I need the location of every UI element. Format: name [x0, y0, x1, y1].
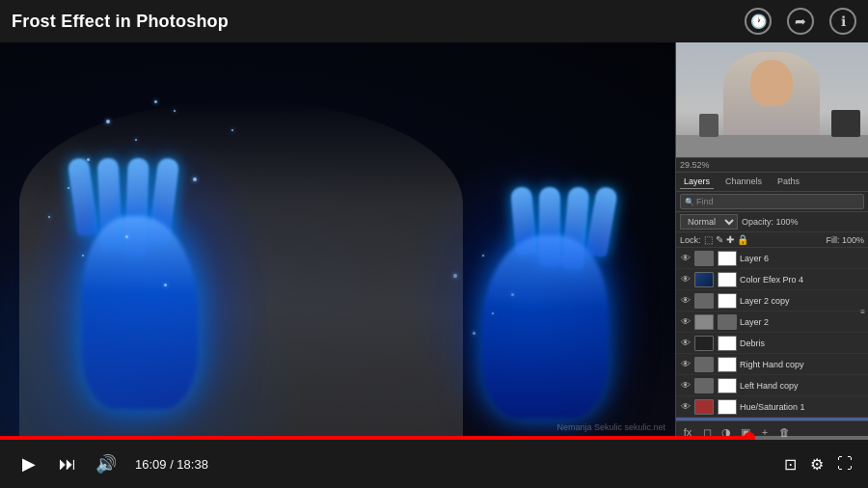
frost-visual: [0, 42, 675, 447]
layer-mask-4: [718, 336, 737, 351]
layers-search[interactable]: 🔍 Find: [680, 194, 864, 209]
next-button[interactable]: ⏭: [54, 450, 81, 477]
ps-zoom-indicator: 29.52%: [676, 158, 868, 173]
clock-icon[interactable]: 🕐: [745, 8, 772, 35]
fullscreen-button[interactable]: ⛶: [837, 455, 853, 473]
blend-mode-row: Normal Opacity: 100%: [676, 212, 868, 232]
table-row[interactable]: 👁 Layer 2: [676, 312, 868, 333]
table-row[interactable]: 👁 Layer 2 copy: [676, 290, 868, 312]
fill-label: Fill: 100%: [826, 235, 864, 245]
table-row[interactable]: 👁 Color Efex Pro 4: [676, 269, 868, 290]
layer-visibility-1[interactable]: 👁: [680, 274, 692, 285]
video-thumbnail[interactable]: [0, 42, 675, 447]
layer-visibility-7[interactable]: 👁: [680, 401, 692, 413]
settings-button[interactable]: ⚙: [810, 455, 824, 474]
layer-mask-0: [718, 251, 737, 266]
layer-mask-6: [718, 378, 737, 393]
controls-bar: ▶ ⏭ 🔊 16:09 / 18:38 ⊡ ⚙ ⛶: [0, 440, 868, 488]
lock-label: Lock:: [680, 235, 701, 245]
layer-mask-3: [718, 314, 737, 330]
layer-name-2: Layer 2 copy: [740, 296, 864, 306]
layer-visibility-4[interactable]: 👁: [680, 338, 692, 349]
volume-button[interactable]: 🔊: [93, 450, 120, 477]
layers-tab-channels[interactable]: Channels: [721, 175, 766, 189]
layer-thumb-2: [694, 293, 714, 309]
video-title: Frost Effect in Photoshop: [12, 12, 229, 32]
info-icon[interactable]: ℹ: [829, 8, 856, 35]
lock-transparent[interactable]: ⬚: [704, 234, 713, 245]
layer-name-0: Layer 6: [740, 254, 864, 263]
layer-thumb-6: [694, 378, 714, 393]
layers-panel: Layers Channels Paths ≡ 🔍 Find Normal Op…: [676, 173, 868, 443]
layer-mask-2: [718, 293, 737, 309]
right-controls: ⊡ ⚙ ⛶: [784, 455, 853, 474]
layer-visibility-3[interactable]: 👁: [680, 316, 692, 328]
layers-toolbar: 🔍 Find: [676, 192, 868, 212]
layer-thumb-7: [694, 399, 714, 415]
layer-mask-1: [718, 272, 737, 287]
layer-thumb-4: [694, 336, 714, 351]
lock-all[interactable]: 🔒: [737, 234, 748, 245]
subtitles-button[interactable]: ⊡: [784, 455, 797, 474]
watermark: Nemanja Sekulic sekulic.net: [556, 422, 665, 432]
layer-visibility-2[interactable]: 👁: [680, 295, 692, 307]
lock-image[interactable]: ✎: [716, 234, 723, 245]
layer-name-5: Right Hand copy: [740, 360, 864, 369]
layer-thumb-5: [694, 357, 714, 372]
layer-thumb-0: [694, 251, 714, 266]
webcam-view: [676, 42, 868, 158]
layers-tabs: Layers Channels Paths ≡: [676, 173, 868, 192]
layer-mask-7: [718, 399, 737, 415]
layer-thumb-1: [694, 272, 714, 287]
opacity-label: Opacity: 100%: [742, 217, 799, 227]
layers-panel-menu[interactable]: ≡: [860, 308, 865, 316]
share-icon[interactable]: ➦: [787, 8, 814, 35]
layer-name-3: Layer 2: [740, 317, 864, 327]
table-row[interactable]: 👁 Hue/Saturation 1: [676, 396, 868, 418]
layer-name-7: Hue/Saturation 1: [740, 402, 864, 412]
title-bar: Frost Effect in Photoshop: [0, 0, 868, 42]
video-container: [0, 42, 675, 447]
time-display: 16:09 / 18:38: [135, 457, 208, 472]
table-row[interactable]: 👁 Right Hand copy: [676, 354, 868, 375]
table-row[interactable]: 👁 Debris: [676, 333, 868, 354]
lock-position[interactable]: ✚: [726, 234, 734, 245]
layer-name-6: Left Hand copy: [740, 381, 864, 391]
layer-visibility-6[interactable]: 👁: [680, 380, 692, 392]
layers-list: 👁 Layer 6 👁 Color Efex Pro 4 👁 Layer 2 c…: [676, 248, 868, 447]
layer-visibility-0[interactable]: 👁: [680, 253, 692, 264]
layer-name-1: Color Efex Pro 4: [740, 275, 864, 285]
play-button[interactable]: ▶: [15, 450, 42, 477]
ps-right-panel: 29.52% Layers Channels Paths ≡ 🔍 Find No…: [675, 42, 868, 447]
layer-name-4: Debris: [740, 339, 864, 348]
layers-tab-paths[interactable]: Paths: [773, 175, 803, 189]
left-hand-visual: [53, 158, 246, 409]
lock-row: Lock: ⬚ ✎ ✚ 🔒 Fill: 100%: [676, 232, 868, 248]
right-hand-visual: [434, 177, 627, 419]
layers-tab-layers[interactable]: Layers: [680, 175, 714, 189]
top-right-icons: 🕐 ➦ ℹ: [745, 8, 856, 35]
layer-mask-5: [718, 357, 737, 372]
blend-mode-select[interactable]: Normal: [680, 214, 738, 230]
layer-visibility-5[interactable]: 👁: [680, 359, 692, 370]
layer-thumb-3: [694, 314, 714, 330]
table-row[interactable]: 👁 Layer 6: [676, 248, 868, 269]
ps-panel-top: [676, 42, 868, 158]
table-row[interactable]: 👁 Left Hand copy: [676, 375, 868, 396]
